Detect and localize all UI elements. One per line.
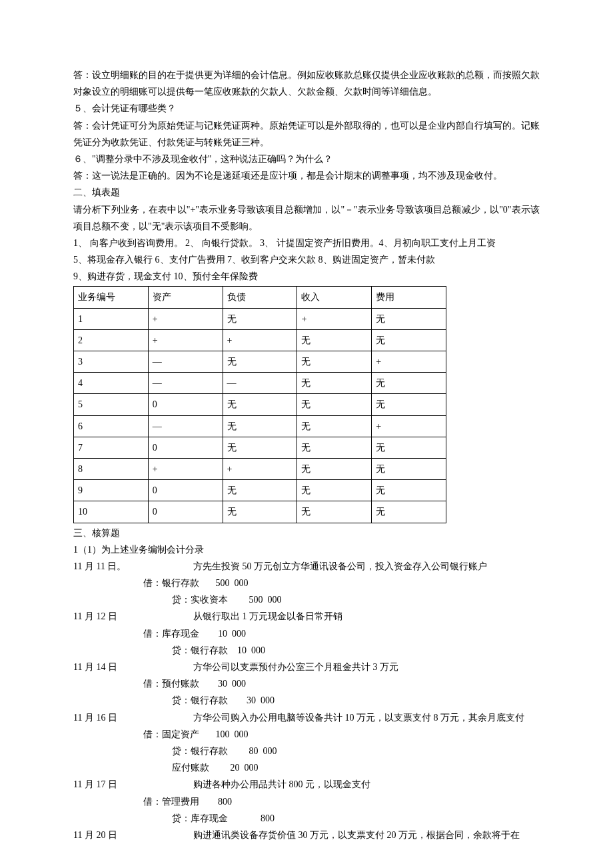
entry-debit-line: 借：管理费用 800 bbox=[73, 793, 540, 810]
question-6: ６、"调整分录中不涉及现金收付"，这种说法正确吗？为什么？ bbox=[73, 151, 540, 167]
journal-entry: 11 月 11 日。方先生投资 50 万元创立方华通讯设备公司，投入资金存入公司… bbox=[73, 558, 540, 575]
table-row: 100无无无 bbox=[74, 501, 446, 523]
entry-date: 11 月 16 日 bbox=[73, 709, 193, 726]
journal-entry: 11 月 12 日从银行取出 1 万元现金以备日常开销 bbox=[73, 608, 540, 625]
entry-description: 购进通讯类设备存货价值 30 万元，以支票支付 20 万元，根据合同，余款将于在 bbox=[193, 827, 540, 843]
journal-entry: 11 月 17 日购进各种办公用品共计 800 元，以现金支付 bbox=[73, 776, 540, 793]
entry-credit-line: 贷：银行存款 10 000 bbox=[73, 642, 540, 659]
entry-description: 方华公司购入办公用电脑等设备共计 10 万元，以支票支付 8 万元，其余月底支付 bbox=[193, 709, 540, 726]
journal-entries: 11 月 11 日。方先生投资 50 万元创立方华通讯设备公司，投入资金存入公司… bbox=[73, 558, 540, 843]
entry-date: 11 月 12 日 bbox=[73, 608, 193, 625]
answer-5: 答：会计凭证可分为原始凭证与记账凭证两种。原始凭证可以是外部取得的，也可以是企业… bbox=[73, 117, 540, 151]
entry-date: 11 月 20 日 bbox=[73, 827, 193, 843]
entry-description: 从银行取出 1 万元现金以备日常开销 bbox=[193, 608, 540, 625]
entry-credit-line: 贷：库存现金 800 bbox=[73, 810, 540, 827]
entry-debit-line: 借：库存现金 10 000 bbox=[73, 625, 540, 642]
section-2-instruction: 请分析下列业务，在表中以"+"表示业务导致该项目总额增加，以"－"表示业务导致该… bbox=[73, 201, 540, 235]
section-3-title: 三、核算题 bbox=[73, 525, 540, 541]
section-2-title: 二、填表题 bbox=[73, 184, 540, 201]
section-2-items-3: 9、购进存货，现金支付 10、预付全年保险费 bbox=[73, 268, 540, 285]
table-row: 90无无无 bbox=[74, 480, 446, 501]
journal-entry: 11 月 16 日方华公司购入办公用电脑等设备共计 10 万元，以支票支付 8 … bbox=[73, 709, 540, 726]
table-header-row: 业务编号 资产 负债 收入 费用 bbox=[74, 287, 446, 308]
table-row: 70无无无 bbox=[74, 437, 446, 458]
entry-credit-line: 应付账款 20 000 bbox=[73, 759, 540, 776]
entry-credit-line: 贷：银行存款 80 000 bbox=[73, 743, 540, 759]
table-row: 1+无+无 bbox=[74, 308, 446, 329]
th-id: 业务编号 bbox=[74, 287, 149, 308]
th-liability: 负债 bbox=[223, 287, 297, 308]
entry-date: 11 月 17 日 bbox=[73, 776, 193, 793]
entry-description: 购进各种办公用品共计 800 元，以现金支付 bbox=[193, 776, 540, 793]
entry-credit-line: 贷：实收资本 500 000 bbox=[73, 591, 540, 608]
th-revenue: 收入 bbox=[297, 287, 372, 308]
answer-6: 答：这一说法是正确的。因为不论是递延项还是应计项，都是会计期末的调整事项，均不涉… bbox=[73, 167, 540, 184]
section-2-items-1: 1、 向客户收到咨询费用。 2、 向银行贷款。 3、 计提固定资产折旧费用。4、… bbox=[73, 235, 540, 251]
journal-entry: 11 月 14 日方华公司以支票预付办公室三个月租金共计 3 万元 bbox=[73, 659, 540, 675]
section-3-subtitle: 1（1）为上述业务编制会计分录 bbox=[73, 541, 540, 558]
answer-4: 答：设立明细账的目的在于提供更为详细的会计信息。例如应收账款总账仅提供企业应收账… bbox=[73, 67, 540, 100]
entry-date: 11 月 11 日。 bbox=[73, 558, 193, 575]
question-5: ５、会计凭证有哪些类？ bbox=[73, 100, 540, 117]
table-row: 3—无无+ bbox=[74, 351, 446, 373]
table-row: 6—无无+ bbox=[74, 415, 446, 437]
entry-credit-line: 贷：银行存款 30 000 bbox=[73, 692, 540, 709]
entry-debit-line: 借：固定资产 100 000 bbox=[73, 726, 540, 743]
entry-description: 方华公司以支票预付办公室三个月租金共计 3 万元 bbox=[193, 659, 540, 675]
journal-entry: 11 月 20 日购进通讯类设备存货价值 30 万元，以支票支付 20 万元，根… bbox=[73, 827, 540, 843]
table-row: 4——无无 bbox=[74, 373, 446, 394]
effects-table: 业务编号 资产 负债 收入 费用 1+无+无 2++无无 3—无无+ 4——无无… bbox=[73, 286, 446, 523]
table-row: 50无无无 bbox=[74, 394, 446, 415]
entry-debit-line: 借：预付账款 30 000 bbox=[73, 675, 540, 692]
entry-description: 方先生投资 50 万元创立方华通讯设备公司，投入资金存入公司银行账户 bbox=[193, 558, 540, 575]
table-row: 2++无无 bbox=[74, 329, 446, 351]
entry-debit-line: 借：银行存款 500 000 bbox=[73, 575, 540, 591]
th-asset: 资产 bbox=[148, 287, 223, 308]
table-row: 8++无无 bbox=[74, 458, 446, 479]
section-2-items-2: 5、将现金存入银行 6、支付广告费用 7、收到客户交来欠款 8、购进固定资产，暂… bbox=[73, 251, 540, 268]
th-expense: 费用 bbox=[372, 287, 446, 308]
entry-date: 11 月 14 日 bbox=[73, 659, 193, 675]
